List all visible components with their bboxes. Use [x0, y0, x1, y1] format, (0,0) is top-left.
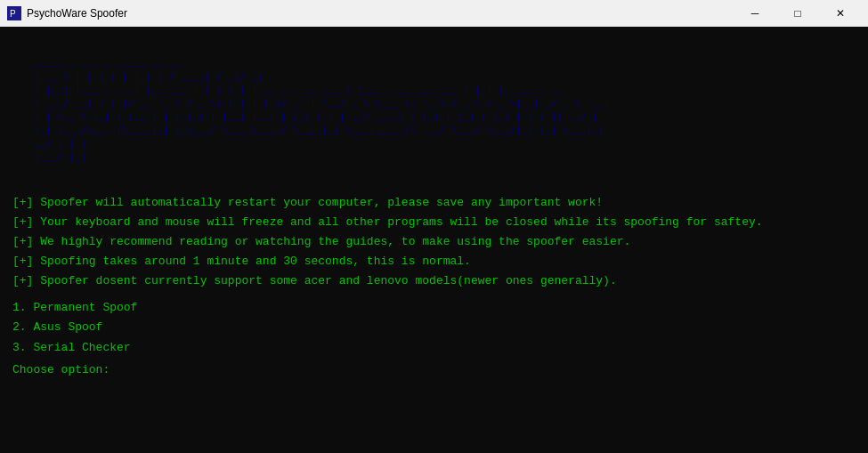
svg-text:| |__) |___ _   _  _| |__   __: | |__) |___ _ _ _| |__ ___ | | | | | | _…: [34, 85, 563, 96]
svg-text:|  ___/ __| | | |/ __ '_ \ / _: | ___/ __| | | |/ __ '_ \ / _ \| | | | |…: [34, 99, 610, 109]
window-controls: ─ □ ✕: [734, 0, 861, 27]
menu-item-3: 3. Serial Checker: [12, 338, 856, 358]
close-button[interactable]: ✕: [820, 0, 861, 27]
console-area: _____ _ _ _ _ _____ __ __ | __ \ | | | |…: [0, 27, 868, 453]
prompt-line: Choose option:: [12, 363, 856, 376]
title-bar: P PsychoWare Spoofer ─ □ ✕: [0, 0, 868, 27]
option-input[interactable]: [110, 363, 199, 376]
info-line-4: [+] Spoofing takes around 1 minute and 3…: [12, 252, 856, 271]
ascii-title-art: _____ _ _ _ _ _____ __ __ | __ \ | | | |…: [12, 36, 856, 177]
svg-text:|_|   |___/\__, |\____|_| |_\_: |_| |___/\__, |\____|_| |_\___/ \____\__…: [34, 125, 604, 136]
info-lines: [+] Spoofer will automatically restart y…: [12, 193, 856, 291]
svg-text:__/ |                         : __/ | | |: [33, 139, 86, 150]
app-icon: P: [7, 6, 21, 20]
svg-text:|___/                         : |___/ |_|: [34, 152, 86, 163]
maximize-button[interactable]: □: [777, 0, 818, 27]
svg-text:|  __ \             | |       : | __ \ | | | | | | | | / ____| / _|/ _|: [34, 72, 263, 83]
menu-item-1: 1. Permanent Spoof: [12, 298, 856, 318]
menu-item-2: 2. Asus Spoof: [12, 318, 856, 337]
ascii-art-svg: _____ _ _ _ _ _____ __ __ | __ \ | | | |…: [16, 47, 853, 163]
title-bar-left: P PsychoWare Spoofer: [7, 6, 127, 20]
window-title: PsychoWare Spoofer: [27, 7, 127, 20]
menu-section: 1. Permanent Spoof 2. Asus Spoof 3. Seri…: [12, 298, 856, 357]
info-line-2: [+] Your keyboard and mouse will freeze …: [12, 213, 856, 232]
svg-text:_____               _         : _____ _ _ _ _ _____ __ __: [33, 59, 181, 69]
minimize-button[interactable]: ─: [734, 0, 775, 27]
prompt-label: Choose option:: [12, 363, 110, 376]
info-line-1: [+] Spoofer will automatically restart y…: [12, 193, 856, 213]
svg-text:| |   \__ \ |_| | (__ | | | (_: | | \__ \ |_| | (__ | | | (_) | |__| |__…: [34, 112, 598, 123]
info-line-5: [+] Spoofer dosent currently support som…: [12, 271, 856, 291]
svg-text:P: P: [10, 9, 16, 19]
info-line-3: [+] We highly recommend reading or watch…: [12, 232, 856, 252]
